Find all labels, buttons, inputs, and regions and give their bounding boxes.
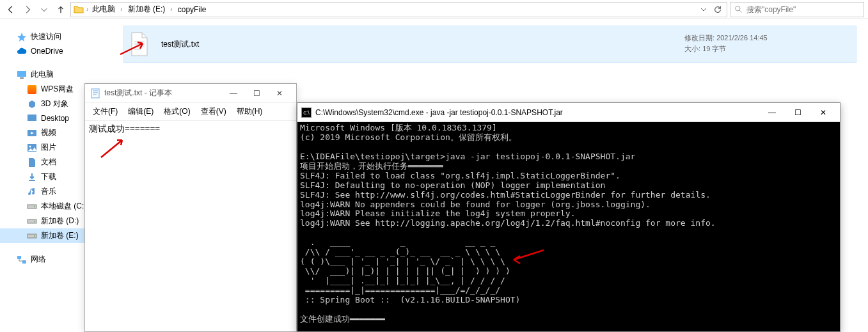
monitor-icon (17, 70, 27, 80)
sidebar-item-label: 文档 (41, 157, 56, 168)
svg-rect-1 (17, 71, 26, 77)
menu-item[interactable]: 格式(O) (159, 104, 195, 119)
minimize-button[interactable]: — (222, 84, 245, 102)
sidebar-item-label: OneDrive (31, 47, 63, 56)
wps-icon (27, 84, 37, 95)
close-button[interactable]: ✕ (268, 84, 291, 102)
sidebar-item-label: 新加卷 (D:) (41, 216, 79, 226)
star-icon (17, 32, 27, 42)
breadcrumb-item[interactable]: 新加卷 (E:) (124, 3, 170, 16)
close-button[interactable]: ✕ (810, 104, 836, 122)
svg-rect-2 (20, 77, 24, 79)
svg-point-0 (736, 6, 740, 11)
music-icon (27, 187, 37, 197)
breadcrumb-item[interactable]: copyFile (174, 4, 210, 15)
drive-icon (27, 202, 37, 212)
menu-item[interactable]: 编辑(E) (123, 104, 159, 119)
menu-item[interactable]: 帮助(H) (232, 104, 268, 119)
cmd-icon: c:\ (301, 107, 312, 118)
sidebar-item-label: WPS网盘 (41, 84, 74, 95)
svg-point-8 (34, 206, 35, 207)
address-bar: › 此电脑 › 新加卷 (E:) › copyFile (0, 0, 868, 19)
refresh-button[interactable] (711, 3, 724, 16)
folder-icon (74, 4, 84, 15)
breadcrumb-bar[interactable]: › 此电脑 › 新加卷 (E:) › copyFile (70, 2, 727, 17)
menu-item[interactable]: 查看(V) (196, 104, 232, 119)
forward-button[interactable] (20, 3, 35, 17)
sidebar-item-label: 此电脑 (31, 69, 54, 80)
menu-item[interactable]: 文件(F) (88, 104, 123, 119)
sidebar-item-label: 快速访问 (31, 31, 61, 42)
file-name: test测试.txt (161, 39, 673, 50)
notepad-icon (90, 88, 100, 99)
text-file-icon (129, 31, 150, 57)
sidebar-item[interactable]: OneDrive (0, 44, 112, 58)
doc-icon (27, 157, 37, 168)
sidebar-item[interactable]: 此电脑 (0, 67, 112, 82)
sidebar-item-label: 下载 (41, 171, 56, 182)
notepad-titlebar[interactable]: test测试.txt - 记事本 — ☐ ✕ (85, 84, 296, 103)
back-button[interactable] (4, 3, 18, 17)
sidebar-item-label: 音乐 (41, 186, 56, 197)
chevron-right-icon: › (170, 6, 172, 13)
cmd-titlebar[interactable]: c:\ C:\Windows\System32\cmd.exe - java -… (297, 103, 840, 122)
sidebar-item-label: 图片 (41, 142, 56, 153)
file-metadata: 修改日期: 2021/2/26 14:45 大小: 19 字节 (684, 33, 851, 55)
svg-rect-3 (28, 115, 36, 121)
net-icon (17, 255, 27, 265)
maximize-button[interactable]: ☐ (785, 104, 810, 122)
cmd-content[interactable]: Microsoft Windows [版本 10.0.18363.1379] (… (297, 122, 840, 326)
notepad-menubar: 文件(F)编辑(E)格式(O)查看(V)帮助(H) (85, 103, 296, 121)
notepad-content[interactable]: 测试成功======= (85, 121, 296, 138)
minimize-button[interactable]: — (759, 104, 785, 122)
chevron-right-icon: › (120, 6, 122, 13)
svg-point-12 (34, 235, 35, 237)
up-button[interactable] (54, 3, 68, 17)
cloud-icon (17, 46, 27, 56)
drive-icon (27, 231, 37, 241)
sidebar-item-label: 3D 对象 (41, 99, 68, 109)
drive-icon (27, 216, 37, 226)
annotation-arrow-icon (98, 135, 130, 161)
search-icon (734, 5, 743, 13)
maximize-button[interactable]: ☐ (245, 84, 268, 102)
cmd-window: c:\ C:\Windows\System32\cmd.exe - java -… (297, 102, 840, 332)
notepad-title: test测试.txt - 记事本 (104, 88, 222, 99)
pic-icon (27, 143, 37, 153)
breadcrumb-item[interactable]: 此电脑 (88, 3, 119, 16)
sidebar-item-label: 本地磁盘 (C:) (41, 201, 86, 212)
search-input[interactable] (746, 5, 860, 14)
notepad-window: test测试.txt - 记事本 — ☐ ✕ 文件(F)编辑(E)格式(O)查看… (84, 83, 297, 332)
sidebar-item-label: 新加卷 (E:) (41, 230, 79, 241)
cmd-title: C:\Windows\System32\cmd.exe - java -jar … (315, 108, 759, 117)
3d-icon (27, 99, 37, 109)
sidebar-item-label: 网络 (31, 254, 46, 265)
svg-rect-15 (91, 89, 99, 98)
svg-rect-13 (17, 256, 21, 259)
breadcrumb-dropdown[interactable] (697, 3, 710, 16)
svg-point-10 (34, 221, 35, 222)
desktop-icon (27, 113, 37, 123)
recent-dropdown[interactable] (37, 3, 51, 17)
sidebar-item-label: Desktop (41, 114, 69, 123)
video-icon (27, 128, 37, 138)
sidebar-item-label: 视频 (41, 127, 56, 138)
breadcrumb: 此电脑 › 新加卷 (E:) › copyFile (88, 3, 697, 16)
search-box[interactable] (730, 2, 864, 17)
file-row[interactable]: test测试.txt 修改日期: 2021/2/26 14:45 大小: 19 … (123, 26, 856, 63)
dl-icon (27, 172, 37, 182)
sidebar-item[interactable]: 快速访问 (0, 29, 112, 44)
svg-point-6 (29, 145, 31, 147)
